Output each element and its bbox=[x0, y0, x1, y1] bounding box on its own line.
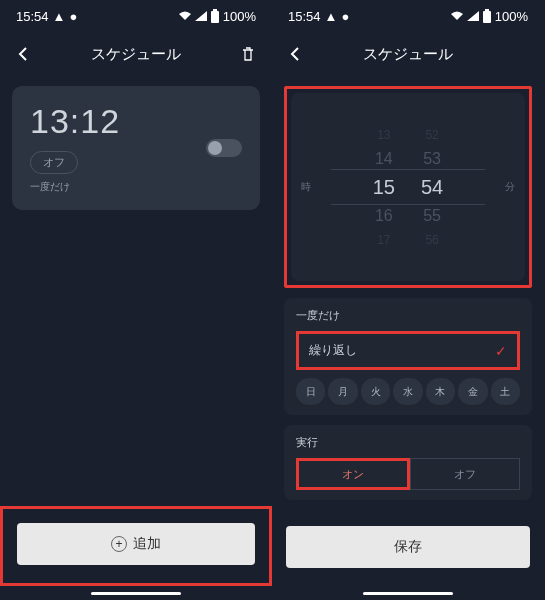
page-title: スケジュール bbox=[36, 45, 236, 64]
min-option: 53 bbox=[423, 150, 441, 168]
min-label: 分 bbox=[505, 180, 515, 194]
day-sun[interactable]: 日 bbox=[296, 378, 325, 405]
back-button[interactable] bbox=[12, 42, 36, 66]
schedule-toggle[interactable] bbox=[206, 139, 242, 157]
svg-rect-2 bbox=[483, 11, 491, 23]
exec-on-button[interactable]: オン bbox=[296, 458, 410, 490]
status-time: 15:54 bbox=[16, 9, 49, 24]
bottom-bar: + 追加 bbox=[0, 506, 272, 586]
notif-icon-1: ▲ bbox=[325, 9, 338, 24]
nav-bar bbox=[0, 586, 272, 600]
notif-icon-2: ● bbox=[341, 9, 349, 24]
add-button-label: 追加 bbox=[133, 535, 161, 553]
battery-pct: 100% bbox=[223, 9, 256, 24]
svg-rect-0 bbox=[211, 11, 219, 23]
once-label: 一度だけ bbox=[30, 180, 242, 194]
repeat-section: 一度だけ 繰り返し ✓ 日 月 火 水 木 金 土 bbox=[284, 298, 532, 415]
repeat-label: 繰り返し bbox=[309, 342, 357, 359]
svg-rect-3 bbox=[485, 9, 489, 11]
day-wed[interactable]: 水 bbox=[393, 378, 422, 405]
schedule-time: 13:12 bbox=[30, 102, 242, 141]
battery-icon bbox=[482, 9, 492, 23]
content-area: 13:12 オフ 一度だけ bbox=[0, 76, 272, 506]
nav-pill[interactable] bbox=[91, 592, 181, 595]
exec-section: 実行 オン オフ bbox=[284, 425, 532, 500]
status-left: 15:54 ▲ ● bbox=[288, 9, 349, 24]
picker-selection-band bbox=[331, 169, 485, 205]
day-fri[interactable]: 金 bbox=[458, 378, 487, 405]
status-bar: 15:54 ▲ ● 100% bbox=[0, 0, 272, 32]
save-button-label: 保存 bbox=[394, 538, 422, 556]
hour-label: 時 bbox=[301, 180, 311, 194]
signal-icon bbox=[467, 11, 479, 21]
min-option: 52 bbox=[425, 128, 438, 142]
time-picker[interactable]: 時 分 13 14 15 16 17 52 53 54 55 bbox=[291, 93, 525, 281]
schedule-card[interactable]: 13:12 オフ 一度だけ bbox=[12, 86, 260, 210]
hour-option: 17 bbox=[377, 233, 390, 247]
hour-option: 13 bbox=[377, 128, 390, 142]
save-button[interactable]: 保存 bbox=[286, 526, 530, 568]
state-badge: オフ bbox=[30, 151, 78, 174]
back-button[interactable] bbox=[284, 42, 308, 66]
toggle-knob bbox=[208, 141, 222, 155]
status-right: 100% bbox=[178, 9, 256, 24]
day-sat[interactable]: 土 bbox=[491, 378, 520, 405]
time-picker-highlight: 時 分 13 14 15 16 17 52 53 54 55 bbox=[284, 86, 532, 288]
wifi-icon bbox=[450, 11, 464, 21]
notif-icon-2: ● bbox=[69, 9, 77, 24]
status-left: 15:54 ▲ ● bbox=[16, 9, 77, 24]
day-thu[interactable]: 木 bbox=[426, 378, 455, 405]
svg-rect-1 bbox=[213, 9, 217, 11]
phone-right: 15:54 ▲ ● 100% スケジュール 時 分 bbox=[272, 0, 544, 600]
plus-icon: + bbox=[111, 536, 127, 552]
once-option[interactable]: 一度だけ bbox=[296, 308, 520, 323]
nav-bar bbox=[272, 586, 544, 600]
status-time: 15:54 bbox=[288, 9, 321, 24]
exec-row: オン オフ bbox=[296, 458, 520, 490]
header: スケジュール bbox=[0, 32, 272, 76]
phone-left: 15:54 ▲ ● 100% スケジュール 13:12 bbox=[0, 0, 272, 600]
bottom-bar: 保存 bbox=[272, 512, 544, 586]
add-button[interactable]: + 追加 bbox=[17, 523, 255, 565]
day-row: 日 月 火 水 木 金 土 bbox=[296, 378, 520, 405]
exec-off-button[interactable]: オフ bbox=[410, 458, 520, 490]
delete-button[interactable] bbox=[236, 42, 260, 66]
hour-option: 16 bbox=[375, 207, 393, 225]
header: スケジュール bbox=[272, 32, 544, 76]
battery-icon bbox=[210, 9, 220, 23]
check-icon: ✓ bbox=[495, 343, 507, 359]
hour-option: 14 bbox=[375, 150, 393, 168]
nav-pill[interactable] bbox=[363, 592, 453, 595]
notif-icon-1: ▲ bbox=[53, 9, 66, 24]
signal-icon bbox=[195, 11, 207, 21]
min-option: 56 bbox=[425, 233, 438, 247]
day-mon[interactable]: 月 bbox=[328, 378, 357, 405]
status-bar: 15:54 ▲ ● 100% bbox=[272, 0, 544, 32]
status-right: 100% bbox=[450, 9, 528, 24]
page-title: スケジュール bbox=[308, 45, 508, 64]
day-tue[interactable]: 火 bbox=[361, 378, 390, 405]
wifi-icon bbox=[178, 11, 192, 21]
content-area: 時 分 13 14 15 16 17 52 53 54 55 bbox=[272, 76, 544, 512]
battery-pct: 100% bbox=[495, 9, 528, 24]
exec-label: 実行 bbox=[296, 435, 520, 450]
repeat-option[interactable]: 繰り返し ✓ bbox=[296, 331, 520, 370]
prev-state-label: 前回の状態 bbox=[284, 510, 532, 512]
min-option: 55 bbox=[423, 207, 441, 225]
